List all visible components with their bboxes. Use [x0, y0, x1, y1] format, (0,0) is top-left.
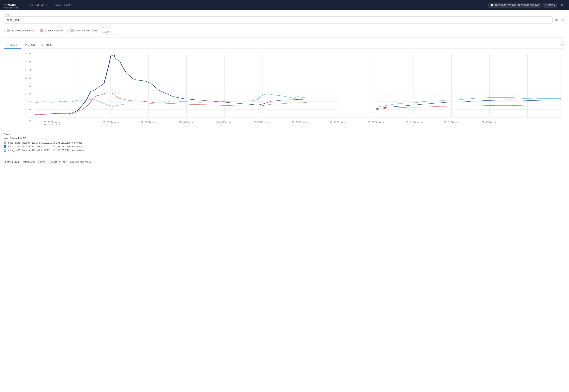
hint-left-click: Left click - select series	[4, 160, 35, 164]
svg-rect-46	[338, 54, 375, 117]
footer-hints: Left click - select series Ctrl + Left c…	[4, 158, 565, 166]
time-range-value: 2022-04-22 17:20:47 - 2022-04-22 18:20:4…	[495, 4, 539, 7]
step-value-label: Step value	[101, 27, 118, 28]
table-icon: ⊞	[41, 43, 43, 46]
json-icon: <>	[24, 43, 27, 46]
logo-text: VMUI	[8, 4, 16, 7]
autocomplete-label: Enable autocomplete	[12, 29, 35, 32]
legend-item[interactable]: node_load5 { instance: 192.168.0.109:911…	[4, 141, 565, 144]
legend-section: Query 1 "node_load5": node_load5 { insta…	[4, 131, 565, 154]
svg-text:4/22/22: 4/22/22	[44, 124, 60, 126]
chevron-down-icon: ▾	[554, 4, 555, 7]
legend-color-2	[4, 149, 6, 152]
cache-toggle[interactable]	[40, 28, 46, 32]
svg-text:1: 1	[28, 85, 31, 87]
legend-item[interactable]: node_load5 { instance: 192.168.0.111:911…	[4, 149, 565, 152]
refresh-icon: ↻	[545, 4, 547, 7]
override-step-toggle[interactable]	[67, 28, 74, 32]
svg-text:6:20pm: 6:20pm	[481, 121, 498, 123]
svg-text:1.4: 1.4	[25, 69, 31, 71]
svg-text:1.6: 1.6	[25, 61, 31, 63]
svg-text:5:35pm: 5:35pm	[140, 121, 157, 123]
svg-text:5:55pm: 5:55pm	[292, 121, 308, 123]
legend-color-0	[4, 141, 6, 144]
legend-label-1: node_load5 { instance: 192.168.0.110:911…	[8, 145, 83, 148]
query-settings-button[interactable]: ⚙	[560, 17, 565, 23]
svg-text:1.8: 1.8	[25, 53, 31, 55]
svg-text:6:15pm: 6:15pm	[444, 121, 460, 123]
plus-sign: +	[48, 161, 49, 163]
query-input[interactable]	[4, 16, 553, 24]
step-value-input[interactable]	[101, 29, 118, 34]
svg-text:5:50pm: 5:50pm	[254, 121, 270, 123]
svg-text:0.8: 0.8	[25, 93, 31, 95]
query-row: ⊕ ⚙	[4, 16, 565, 24]
svg-text:6:10pm: 6:10pm	[405, 121, 422, 123]
svg-text:6:00pm: 6:00pm	[330, 121, 346, 123]
query-label: Query 1	[4, 13, 565, 16]
header-right: 🕐 2022-04-22 17:20:47 - 2022-04-22 18:20…	[488, 2, 565, 8]
svg-text:0.6: 0.6	[25, 100, 31, 103]
left-click-key-2[interactable]: Left click	[50, 160, 67, 164]
chart-container: 1.8 1.6 1.4 1.2 1 0.8 0.6 0.4 0.2 0 5:25…	[4, 49, 565, 127]
svg-text:6:05pm: 6:05pm	[368, 121, 384, 123]
svg-text:5:30pm: 5:30pm	[103, 121, 119, 123]
override-step-toggle-group: Override step value	[67, 28, 97, 32]
svg-text:0.4: 0.4	[25, 108, 31, 111]
tab-graph-label: GRAPH	[9, 43, 18, 46]
svg-text:5:25pm: 5:25pm	[44, 121, 60, 123]
refresh-label: OFF	[548, 4, 553, 7]
legend-color-1	[4, 145, 6, 148]
legend-label-0: node_load5 { instance: 192.168.0.109:911…	[8, 141, 83, 144]
autocomplete-toggle[interactable]	[4, 28, 11, 32]
create-issue-link[interactable]: create an issue	[4, 7, 18, 9]
query-add-button[interactable]: ⊕	[554, 17, 559, 23]
tab-table[interactable]: ⊞ TABLE	[38, 42, 55, 49]
hint-ctrl-left-click: Ctrl + Left click - toggle multiple seri…	[38, 160, 91, 164]
chart-svg: 1.8 1.6 1.4 1.2 1 0.8 0.6 0.4 0.2 0 5:25…	[4, 50, 565, 126]
legend-query-label: Query 1	[4, 133, 565, 136]
autocomplete-toggle-group: Enable autocomplete	[4, 28, 35, 32]
hint1-text: - select series	[21, 161, 35, 163]
refresh-button[interactable]: ↻ OFF ▾	[543, 3, 557, 8]
time-range-button[interactable]: 🕐 2022-04-22 17:20:47 - 2022-04-22 18:20…	[488, 3, 541, 8]
svg-text:0.2: 0.2	[25, 116, 31, 119]
svg-text:0: 0	[28, 120, 31, 122]
tabs-row: ╱ GRAPH <> JSON ⊞ TABLE ⚙	[4, 42, 565, 49]
legend-line-sample	[4, 138, 8, 139]
svg-text:5:40pm: 5:40pm	[178, 121, 195, 123]
hint2-text: - toggle multiple series	[68, 161, 91, 163]
tab-json[interactable]: <> JSON	[21, 42, 38, 49]
main-content: Query 1 ⊕ ⚙ Enable autocomplete Enable c…	[0, 10, 569, 169]
ctrl-key[interactable]: Ctrl	[38, 160, 47, 164]
clock-icon: 🕐	[490, 4, 493, 7]
tab-graph[interactable]: ╱ GRAPH	[4, 42, 21, 49]
header: ⬡ VMUI create an issue CUSTOM PANEL DASH…	[0, 0, 569, 10]
legend-item[interactable]: node_load5 { instance: 192.168.0.110:911…	[4, 145, 565, 148]
main-nav: CUSTOM PANEL DASHBOARDS	[24, 0, 488, 10]
graph-icon: ╱	[7, 43, 8, 46]
override-step-label: Override step value	[75, 29, 97, 32]
header-settings-button[interactable]: ⚙	[559, 2, 565, 8]
cache-toggle-group: Enable cache	[40, 28, 63, 32]
legend-items: node_load5 { instance: 192.168.0.109:911…	[4, 141, 565, 152]
chart-settings-button[interactable]: ⚙	[560, 42, 565, 48]
svg-text:5:45pm: 5:45pm	[216, 121, 233, 123]
left-click-key[interactable]: Left click	[4, 160, 20, 164]
nav-dashboards[interactable]: DASHBOARDS	[52, 0, 77, 10]
tab-table-label: TABLE	[44, 43, 52, 46]
nav-custom-panel[interactable]: CUSTOM PANEL	[24, 0, 52, 10]
cache-label: Enable cache	[48, 29, 63, 32]
step-value-group: Step value	[101, 27, 118, 34]
options-row: Enable autocomplete Enable cache Overrid…	[4, 27, 565, 38]
legend-label-2: node_load5 { instance: 192.168.0.111:911…	[8, 149, 83, 152]
svg-text:1.2: 1.2	[25, 77, 31, 79]
legend-query-name: "node_load5":	[4, 137, 565, 140]
tab-json-label: JSON	[28, 43, 35, 46]
